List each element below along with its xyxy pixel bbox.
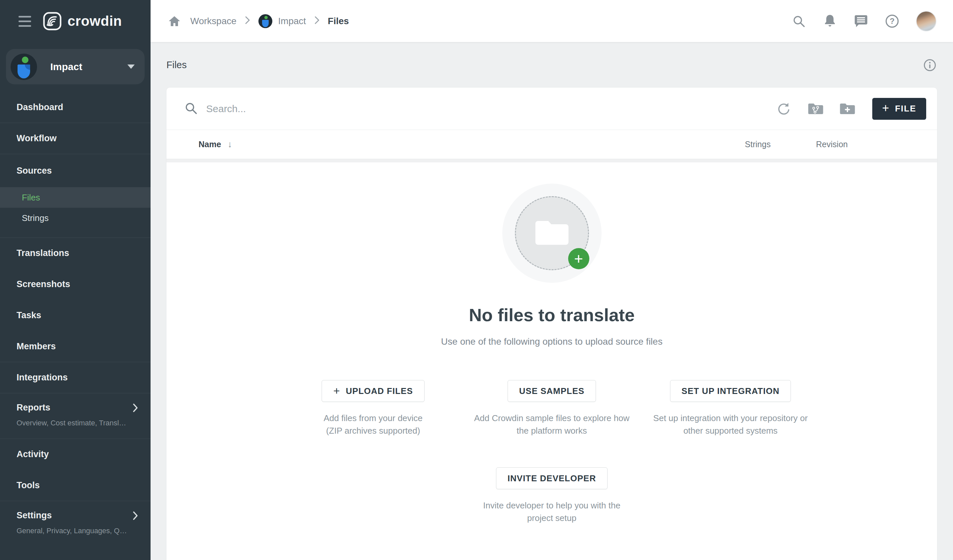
sidebar-item-workflow[interactable]: Workflow — [0, 123, 151, 154]
breadcrumb-current: Files — [328, 16, 349, 26]
topbar-icons: ? — [792, 11, 936, 31]
page-title: Files — [166, 59, 187, 70]
home-icon[interactable] — [167, 14, 182, 28]
invite-developer-button[interactable]: INVITE DEVELOPER — [496, 467, 607, 489]
empty-state: + No files to translate Use one of the f… — [166, 163, 937, 524]
invite-developer-option: INVITE DEVELOPER Invite developer to hel… — [463, 467, 641, 524]
user-avatar[interactable] — [916, 11, 936, 31]
chevron-right-icon — [245, 16, 250, 26]
dashed-circle: + — [515, 196, 589, 270]
project-name: Impact — [50, 61, 127, 73]
sidebar-item-members[interactable]: Members — [0, 331, 151, 362]
sidebar-item-sources[interactable]: Sources — [0, 154, 151, 187]
invite-developer-description: Invite developer to help you with the pr… — [479, 499, 625, 524]
search-icon[interactable] — [792, 14, 806, 28]
chevron-right-icon — [315, 16, 319, 26]
upload-files-option: + UPLOAD FILES Add files from your devic… — [284, 380, 463, 437]
sidebar-item-translations[interactable]: Translations — [0, 237, 151, 268]
add-files-badge[interactable]: + — [568, 248, 589, 269]
page-content: Files — [151, 42, 953, 560]
crowdin-app-window: crowdin Impact Dashboard Workflow Source… — [0, 0, 953, 560]
notifications-bell-icon[interactable] — [823, 14, 837, 28]
empty-state-subtitle: Use one of the following options to uplo… — [441, 337, 663, 347]
empty-state-illustration: + — [502, 184, 602, 283]
crowdin-logo[interactable]: crowdin — [43, 12, 122, 30]
files-table-header: Name ↓ Strings Revision — [166, 130, 937, 159]
refresh-icon[interactable] — [768, 93, 800, 125]
help-icon[interactable]: ? — [885, 14, 899, 28]
sidebar-item-activity[interactable]: Activity — [0, 439, 151, 470]
project-avatar — [11, 54, 37, 80]
breadcrumb-workspace[interactable]: Workspace — [190, 16, 237, 26]
sidebar-item-tools[interactable]: Tools — [0, 470, 151, 501]
files-panel: + FILE Name ↓ Strings Revision — [166, 88, 937, 560]
sidebar-item-reports[interactable]: Reports Overview, Cost estimate, Transl… — [0, 393, 151, 439]
upload-files-description: Add files from your device (ZIP archives… — [317, 412, 430, 437]
chevron-right-icon — [133, 403, 138, 413]
sidebar-group-sources: Sources Files Strings — [0, 154, 151, 237]
main-area: Workspace Impact Files — [151, 0, 953, 560]
sidebar-nav: Dashboard Workflow Sources Files Strings… — [0, 92, 151, 560]
sidebar-item-files[interactable]: Files — [0, 187, 151, 208]
hamburger-menu-icon[interactable] — [19, 16, 31, 27]
column-header-strings: Strings — [740, 140, 776, 149]
page-header: Files — [166, 42, 937, 88]
svg-text:?: ? — [890, 17, 895, 25]
plus-icon: + — [882, 102, 889, 114]
folder-icon — [533, 217, 570, 250]
column-header-revision: Revision — [810, 140, 854, 149]
empty-state-title: No files to translate — [469, 305, 635, 325]
use-samples-button[interactable]: USE SAMPLES — [508, 380, 596, 402]
folder-branch-icon[interactable] — [800, 93, 832, 125]
crowdin-logo-icon — [43, 12, 62, 30]
upload-options: + UPLOAD FILES Add files from your devic… — [284, 380, 820, 437]
set-up-integration-button[interactable]: SET UP INTEGRATION — [670, 380, 791, 402]
sidebar-item-settings[interactable]: Settings General, Privacy, Languages, Q… — [0, 501, 151, 546]
chevron-right-icon — [133, 511, 138, 520]
sidebar: crowdin Impact Dashboard Workflow Source… — [0, 0, 151, 560]
use-samples-option: USE SAMPLES Add Crowdin sample files to … — [463, 380, 641, 437]
search-input[interactable] — [206, 103, 471, 115]
sidebar-logo-row: crowdin — [0, 0, 151, 42]
sidebar-item-dashboard[interactable]: Dashboard — [0, 92, 151, 123]
search-icon — [184, 102, 197, 116]
add-file-button[interactable]: + FILE — [872, 98, 926, 120]
project-avatar-small — [258, 14, 272, 28]
topbar: Workspace Impact Files — [151, 0, 953, 42]
sidebar-item-integrations[interactable]: Integrations — [0, 362, 151, 393]
caret-down-icon — [127, 65, 135, 69]
sidebar-item-screenshots[interactable]: Screenshots — [0, 268, 151, 300]
files-toolbar: + FILE — [166, 88, 937, 130]
sidebar-item-strings[interactable]: Strings — [0, 208, 151, 228]
messages-chat-icon[interactable] — [854, 14, 868, 28]
set-up-integration-option: SET UP INTEGRATION Set up integration wi… — [641, 380, 820, 437]
crowdin-logo-text: crowdin — [67, 13, 122, 29]
sidebar-item-reports-subtitle: Overview, Cost estimate, Transl… — [17, 419, 138, 427]
sidebar-item-settings-subtitle: General, Privacy, Languages, Q… — [17, 527, 138, 535]
project-selector[interactable]: Impact — [6, 49, 144, 84]
column-header-name[interactable]: Name ↓ — [199, 139, 232, 149]
folder-plus-icon[interactable] — [832, 93, 863, 125]
sidebar-item-tasks[interactable]: Tasks — [0, 300, 151, 331]
set-up-integration-description: Set up integration with your repository … — [644, 412, 817, 437]
sort-descending-icon: ↓ — [228, 139, 232, 149]
info-icon[interactable] — [923, 58, 937, 73]
use-samples-description: Add Crowdin sample files to explore how … — [469, 412, 635, 437]
upload-files-button[interactable]: + UPLOAD FILES — [321, 380, 425, 402]
toolbar-actions: + FILE — [768, 93, 926, 125]
breadcrumb-project[interactable]: Impact — [258, 14, 306, 28]
plus-icon: + — [333, 385, 340, 396]
table-separator — [166, 159, 937, 163]
breadcrumb: Workspace Impact Files — [167, 14, 349, 28]
search-box — [184, 102, 471, 116]
